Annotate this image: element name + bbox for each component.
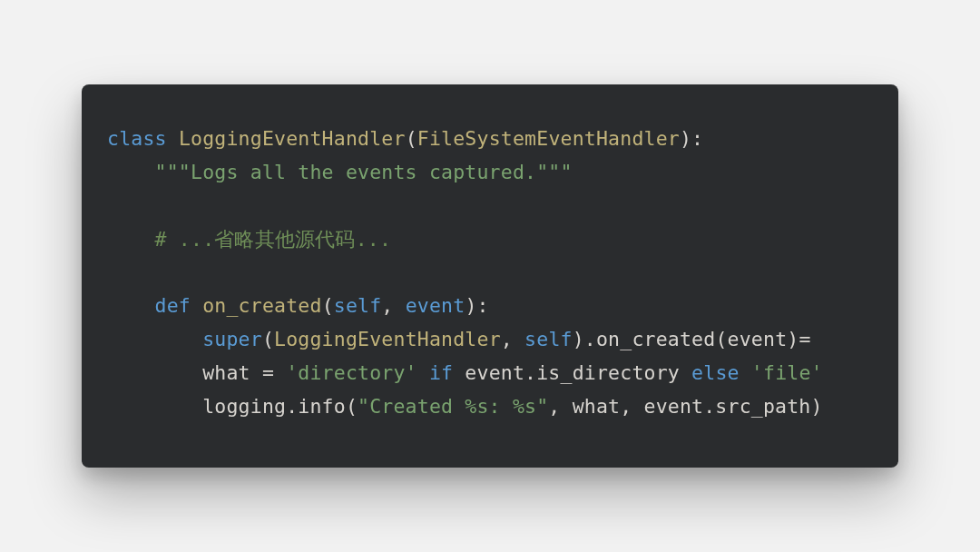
param-self-ref: self [524,328,573,350]
page-canvas: class LoggingEventHandler(FileSystemEven… [0,0,980,552]
base-class-name: FileSystemEventHandler [417,127,680,150]
logging-call-post: , what, event.src_path) [548,395,822,418]
param-event: event [406,294,466,317]
string-created-fmt: "Created %s: %s" [358,395,548,418]
code-block-card: class LoggingEventHandler(FileSystemEven… [82,84,898,468]
keyword-def: def [155,294,191,317]
logging-call-pre: logging.info( [202,395,358,418]
keyword-if: if [429,361,453,384]
class-name: LoggingEventHandler [179,127,406,150]
expr-is-directory: event.is_directory [453,361,691,384]
assign-what: what = [202,361,286,384]
string-directory: 'directory' [286,361,417,384]
class-name-ref: LoggingEventHandler [274,328,501,350]
comment-omitted: # ...省略其他源代码... [155,228,392,251]
string-file: 'file' [751,361,823,384]
keyword-super: super [202,328,262,350]
keyword-class: class [107,127,167,150]
keyword-else: else [691,361,740,384]
call-on-created: .on_created(event)= [584,328,811,350]
method-name: on_created [202,294,321,317]
code-block: class LoggingEventHandler(FileSystemEven… [107,123,873,425]
param-self: self [334,294,382,317]
docstring: """Logs all the events captured.""" [155,161,573,183]
